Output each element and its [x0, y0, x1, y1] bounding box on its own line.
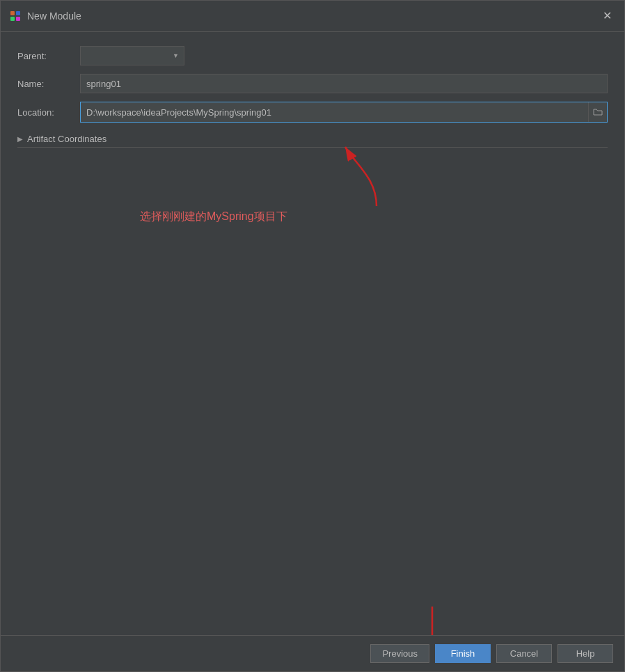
folder-icon	[593, 108, 603, 116]
arrow-annotation-location	[342, 143, 411, 220]
parent-row: Parent:	[17, 46, 608, 65]
dialog-title: New Module	[27, 10, 593, 22]
location-label: Location:	[17, 107, 80, 118]
finish-button[interactable]: Finish	[435, 644, 491, 663]
location-row: Location:	[17, 102, 608, 123]
annotation-text: 选择刚刚建的MySpring项目下	[140, 210, 287, 224]
arrow-annotation-finish	[411, 603, 453, 635]
dialog-content: Parent: Name: Location: ▶	[1, 32, 624, 635]
parent-select[interactable]	[80, 46, 184, 65]
location-input[interactable]	[81, 102, 588, 122]
svg-rect-3	[16, 17, 20, 21]
svg-rect-1	[16, 11, 20, 15]
parent-label: Parent:	[17, 51, 80, 61]
svg-rect-0	[10, 11, 15, 15]
name-input[interactable]	[80, 74, 608, 93]
title-bar: New Module ✕	[1, 1, 624, 32]
section-arrow: ▶	[17, 135, 23, 143]
dialog-footer: Previous Finish Cancel Help	[1, 635, 624, 671]
artifact-section-header[interactable]: ▶ Artifact Coordinates	[17, 131, 608, 148]
close-button[interactable]: ✕	[599, 9, 616, 23]
name-row: Name:	[17, 74, 608, 93]
help-button[interactable]: Help	[557, 644, 613, 663]
module-icon	[9, 10, 22, 22]
previous-button[interactable]: Previous	[370, 644, 429, 663]
parent-select-wrapper	[80, 46, 184, 65]
location-input-wrapper	[80, 102, 608, 123]
name-label: Name:	[17, 79, 80, 89]
cancel-button[interactable]: Cancel	[496, 644, 552, 663]
artifact-coordinates-title: Artifact Coordinates	[27, 134, 106, 144]
browse-button[interactable]	[588, 102, 607, 122]
new-module-dialog: New Module ✕ Parent: Name: Location:	[0, 0, 625, 672]
svg-rect-2	[10, 17, 15, 21]
